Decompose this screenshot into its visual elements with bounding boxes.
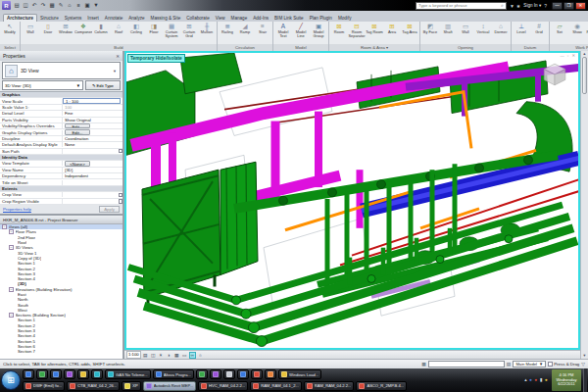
design-option-combo[interactable]: Main Model ▼: [513, 361, 546, 368]
close-icon[interactable]: ✕: [116, 54, 120, 59]
ribbon-button[interactable]: ⊠ Tag Area: [401, 23, 418, 39]
type-selector[interactable]: ⌂ 3D View ▼: [2, 62, 121, 79]
taskbar-button[interactable]: [77, 369, 89, 379]
ribbon-button[interactable]: ⊠ Room: [330, 23, 348, 39]
ribbon-tab[interactable]: Architecture: [3, 14, 37, 22]
property-value[interactable]: Edit...: [65, 123, 90, 128]
view-control-icon[interactable]: ∞: [189, 352, 196, 359]
tree-expand-toggle[interactable]: −: [9, 229, 14, 234]
taskbar-clock[interactable]: 4:16 PM Wednesday 6/22/2011: [552, 369, 581, 391]
tree-expand-toggle[interactable]: −: [9, 287, 14, 292]
scrollbar-thumb[interactable]: [582, 57, 587, 94]
tray-icon[interactable]: ●: [529, 378, 532, 383]
temporary-hide-isolate-badge[interactable]: Temporary Hide/Isolate: [127, 54, 185, 63]
ribbon-button[interactable]: ╱ Model Line: [292, 23, 310, 39]
taskbar-button[interactable]: Windows Load...: [278, 369, 321, 379]
ribbon-button[interactable]: ↖ Modify: [1, 23, 19, 39]
ribbon-button[interactable]: ❖ Component: [74, 23, 92, 39]
taskbar-button[interactable]: [50, 369, 62, 379]
view-window-controls[interactable]: — ▫ ✕: [560, 53, 576, 58]
instance-selector[interactable]: 3D View: {3D} ▼: [2, 80, 83, 90]
scroll-down-arrow[interactable]: ▼: [583, 354, 587, 358]
restore-button[interactable]: ❐: [564, 2, 574, 10]
taskbar-button[interactable]: Altova Progra...: [153, 369, 194, 379]
application-menu-button[interactable]: R: [2, 1, 11, 10]
taskbar-window-button[interactable]: HVC_RAM_04.2.2...: [198, 381, 248, 391]
ribbon-button[interactable]: ⊥ Level: [513, 23, 530, 39]
qat-icon[interactable]: ▼: [92, 1, 100, 10]
ribbon-button[interactable]: ⊞ Curtain Grid: [180, 23, 198, 39]
property-value[interactable]: None: [63, 142, 122, 147]
view-control-icon[interactable]: ▦: [173, 352, 180, 359]
taskbar-window-button[interactable]: DWF (Emil) fo...: [23, 381, 65, 391]
workset-combo[interactable]: [428, 361, 505, 368]
ribbon-button[interactable]: ⌂ Dormer: [492, 23, 510, 39]
ribbon-tab[interactable]: Annotate: [102, 15, 125, 22]
property-value[interactable]: Fine: [63, 111, 122, 116]
tray-icon[interactable]: ▮: [540, 378, 543, 383]
view-cube[interactable]: [542, 62, 567, 87]
ribbon-button[interactable]: ▭ Wall: [22, 23, 39, 39]
property-checkbox[interactable]: [119, 199, 123, 204]
design-options-icon[interactable]: ▤: [507, 362, 512, 367]
ribbon-tab[interactable]: Analyze: [125, 15, 147, 22]
ribbon-button[interactable]: ⌂ Roof: [110, 23, 127, 39]
ribbon-tab[interactable]: Manage: [228, 15, 251, 22]
view-control-icon[interactable]: ▭: [181, 352, 188, 359]
tray-icon[interactable]: ●: [535, 378, 538, 383]
search-input[interactable]: [416, 3, 499, 9]
ribbon-button[interactable]: ◢ Ramp: [236, 23, 254, 39]
ribbon-button[interactable]: ◉ Show: [568, 23, 586, 39]
view-control-icon[interactable]: ☀: [158, 352, 165, 359]
property-checkbox[interactable]: [119, 193, 123, 198]
chevron-down-icon[interactable]: ▼: [76, 83, 80, 88]
show-desktop-button[interactable]: [583, 368, 587, 392]
ribbon-button[interactable]: # Grid: [530, 23, 548, 39]
ribbon-button[interactable]: ≣ Railing: [219, 23, 236, 39]
taskbar-button[interactable]: [237, 369, 249, 379]
filter-icon[interactable]: ▽: [581, 362, 585, 367]
help-icon[interactable]: ?: [544, 3, 547, 9]
ribbon-button[interactable]: ↕ Vertical: [474, 23, 492, 39]
vertical-scrollbar[interactable]: ▲ ▼: [580, 51, 588, 359]
ribbon-button[interactable]: ▭ Wall: [457, 23, 474, 39]
property-value[interactable]: Independent: [63, 173, 122, 178]
worksets-icon[interactable]: ▦: [421, 362, 426, 367]
ribbon-button[interactable]: ◩ By Face: [421, 23, 439, 39]
ribbon-button[interactable]: ▮ Column: [92, 23, 110, 39]
ribbon-button[interactable]: ▯ Door: [39, 23, 57, 39]
ribbon-tab[interactable]: Structure: [37, 15, 62, 22]
ribbon-button[interactable]: ▥ Shaft: [439, 23, 457, 39]
qat-icon[interactable]: ▤: [13, 1, 21, 10]
apply-button[interactable]: Apply: [99, 206, 120, 213]
view-control-icon[interactable]: ◫: [150, 352, 157, 359]
ribbon-tab[interactable]: Modify: [335, 15, 355, 22]
properties-help-link[interactable]: Properties help: [3, 207, 31, 212]
taskbar-window-button[interactable]: CTB_RAM_04.2_26...: [67, 381, 120, 391]
search-icon[interactable]: ⌕: [499, 2, 506, 9]
property-value[interactable]: {3D}: [63, 168, 122, 172]
ribbon-button[interactable]: ◨ Floor: [145, 23, 163, 39]
property-value[interactable]: 1 : 100: [63, 98, 121, 103]
qat-icon[interactable]: ▣: [83, 1, 91, 10]
start-button[interactable]: ⊞: [1, 370, 21, 390]
favorites-icon[interactable]: ★: [516, 3, 520, 9]
qat-icon[interactable]: ▦: [48, 1, 56, 10]
3d-viewport[interactable]: Temporary Hide/Isolate — ▫ ✕: [124, 51, 580, 350]
sign-in-button[interactable]: Sign In ▾: [523, 3, 541, 8]
taskbar-window-button[interactable]: RAM_RAM_04.2.2...: [304, 381, 355, 391]
ribbon-button[interactable]: ╫ Mullion: [198, 23, 216, 39]
tray-icon[interactable]: ●: [545, 378, 548, 383]
press-drag-checkbox[interactable]: [548, 362, 553, 367]
chevron-down-icon[interactable]: ▼: [113, 69, 118, 74]
minimize-button[interactable]: —: [552, 2, 563, 10]
taskbar-window-button[interactable]: XP: [122, 381, 140, 391]
view-control-icon[interactable]: ☼: [197, 352, 204, 359]
taskbar-window-button[interactable]: RAM_RAM_04.1_2...: [250, 381, 302, 391]
taskbar-button[interactable]: [265, 369, 276, 379]
property-value[interactable]: Show Original: [63, 118, 122, 122]
ribbon-tab[interactable]: Add-Ins: [250, 15, 271, 22]
property-value[interactable]: <None>: [65, 161, 90, 166]
qat-icon[interactable]: ↶: [30, 1, 38, 10]
taskbar-button[interactable]: [36, 369, 48, 379]
